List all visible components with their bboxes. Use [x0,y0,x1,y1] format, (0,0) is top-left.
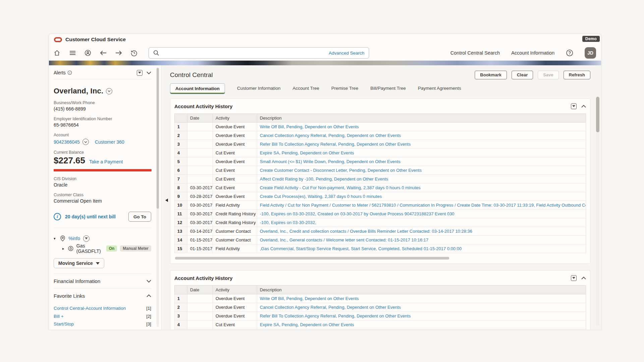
table-cell: 14 [175,236,187,244]
sidebar-scrollbar-thumb[interactable] [157,68,159,209]
tab-bill-payment-tree[interactable]: Bill/Payment Tree [370,83,406,94]
favorite-link[interactable]: Bill + [54,314,64,319]
activity-description-link[interactable]: Affect Credit Rating by -100, Pending, D… [260,176,388,182]
main-scrollbar-thumb[interactable] [596,97,599,132]
activity-description-link[interactable]: Refer Bill To Collection Agency Referral… [260,142,411,147]
favorite-links-section[interactable]: Favorite Links [54,288,151,303]
alerts-collapse-icon[interactable] [147,70,151,76]
customer-name-expand-icon[interactable] [106,88,112,94]
user-profile-icon[interactable] [84,49,92,57]
tab-payment-agreements[interactable]: Payment Agreements [418,83,461,94]
refresh-button[interactable]: Refresh [564,71,590,79]
account-number-link[interactable]: 9042366045 [54,139,80,145]
table-cell: 4 [175,149,187,157]
tab-account-tree[interactable]: Account Tree [293,83,319,94]
activity-description-link[interactable]: Cancel Collection Agency Referral, Pendi… [260,305,401,310]
table-cell: Expire SA, Pending, Dependent on Other E… [257,149,586,157]
bookmark-button[interactable]: Bookmark [475,71,507,79]
table-cell [187,320,213,329]
moving-service-label: Moving Service [58,261,93,266]
activity-description-link[interactable]: Create Field Activity - Cut For Non-paym… [260,185,420,190]
global-search-box[interactable]: Advanced Search [149,47,369,59]
section-menu-icon[interactable] [571,275,577,281]
premise-expand-icon[interactable] [83,235,90,242]
table-cell [187,175,213,184]
chevron-up-icon[interactable] [147,294,151,297]
table-cell: Small Amount (<= $1) Write Down, Pending… [257,329,586,330]
table-cell [187,157,213,166]
save-button[interactable]: Save [538,71,559,79]
alerts-info-icon[interactable] [67,70,72,75]
clear-button[interactable]: Clear [512,71,533,79]
activity-description-link[interactable]: Small Amount (<= $1) Write Down, Pending… [260,159,401,164]
table-row: 6Cut EventCreate Customer Contact - Disc… [175,166,586,175]
activity-description-link[interactable]: Overland, Inc., General contacts / Welco… [260,237,428,242]
ein-label: Employer Identification Number [54,117,151,121]
control-central-search-link[interactable]: Control Central Search [451,50,500,56]
activity-description-link[interactable]: Write Off Bill, Pending, Dependent on Ot… [260,124,359,129]
next-bill-alert-text: 20 day(s) until next bill [65,214,116,219]
home-icon[interactable] [53,49,61,57]
activity-description-link[interactable]: Create Customer Contact - Disconnect Let… [260,168,422,173]
activity-description-link[interactable]: Overland, Inc., Credit and collection co… [260,229,472,234]
tree-collapsed-icon[interactable]: ▸ [62,246,65,251]
table-cell: Cut Event [213,149,257,157]
table-cell: Overdue Event [213,192,257,201]
service-label[interactable]: Gas (GASDFLT) [76,243,103,254]
page-actions: Bookmark Clear Save Refresh [475,71,590,79]
advanced-search-link[interactable]: Advanced Search [329,51,364,56]
forward-arrow-icon[interactable] [115,49,122,57]
activity-description-link[interactable]: -100, Expires on 03-30-2032, [260,220,316,225]
activity-description-link[interactable]: Cancel Collection Agency Referral, Pendi… [260,133,401,138]
section-menu-icon[interactable] [571,103,577,109]
go-to-button[interactable]: Go To [128,212,151,222]
activity-description-link[interactable]: Create Cut Process(es), Waiting, 2,387 d… [260,194,382,199]
activity-description-link[interactable]: ,Gas Commercial, Start/Stop Service Requ… [260,246,462,251]
alerts-menu-icon[interactable] [137,70,142,76]
back-arrow-icon[interactable] [100,49,107,57]
chevron-down-icon[interactable] [147,280,151,283]
tree-expanded-icon[interactable]: ▾ [54,236,57,241]
activity-description-link[interactable]: Expire SA, Pending, Dependent on Other E… [260,150,354,155]
tab-customer-information[interactable]: Customer Information [237,83,281,94]
table-header-row: Date Activity Description [175,286,586,294]
info-icon: i [54,213,61,220]
service-on-badge: On [106,245,117,251]
horizontal-scrollbar-thumb[interactable] [175,257,449,260]
take-a-payment-link[interactable]: Take a Payment [89,159,123,164]
avatar[interactable]: JD [585,47,596,59]
table-cell: Credit Rating History [213,210,257,218]
account-information-link[interactable]: Account Information [511,50,554,56]
activity-description-link[interactable]: Field Activity / Cut for Non Payment / C… [260,203,586,208]
table-cell: 01-15-2017 [187,244,213,253]
table-row: 3Overdue EventRefer Bill To Collection A… [175,140,586,149]
table-cell: Overland, Inc., Credit and collection co… [257,227,586,236]
activity-description-link[interactable]: Expire SA, Pending, Dependent on Other E… [260,322,354,327]
account-expand-icon[interactable] [82,139,89,145]
activity-description-link[interactable]: Write Off Bill, Pending, Dependent on Ot… [260,296,359,301]
activity-description-link[interactable]: -100, Expires on 03-30-2032, Created on … [260,211,454,216]
table-row: 2Overdue EventCancel Collection Agency R… [175,303,586,312]
menu-icon[interactable] [69,49,76,57]
screen: Customer Cloud Service Demo [0,0,644,362]
section-collapse-icon[interactable] [581,105,586,108]
history-icon[interactable] [130,49,138,57]
account-label: Account [54,133,151,137]
activity-description-link[interactable]: Refer Bill To Collection Agency Referral… [260,313,411,318]
section-collapse-icon[interactable] [581,277,586,280]
favorite-link[interactable]: Start/Stop [54,321,74,327]
tab-premise-tree[interactable]: Premise Tree [331,83,358,94]
tab-account-information[interactable]: Account Information [170,83,225,94]
favorite-link[interactable]: Control Central-Account Information [54,306,126,311]
help-icon[interactable] [566,49,573,57]
alerts-header: Alerts [54,65,151,79]
table-cell: 15 [175,244,187,253]
table-row: 4Cut EventExpire SA, Pending, Dependent … [175,320,586,329]
customer-360-link[interactable]: Customer 360 [95,139,124,145]
premise-info-link[interactable]: %info [68,236,80,241]
page-title: Control Central [170,71,213,79]
table-cell: Create Cut Process(es), Waiting, 2,387 d… [257,192,586,201]
search-input[interactable] [163,50,329,56]
moving-service-dropdown[interactable]: Moving Service [54,258,104,268]
financial-information-section[interactable]: Financial Information [54,274,151,288]
